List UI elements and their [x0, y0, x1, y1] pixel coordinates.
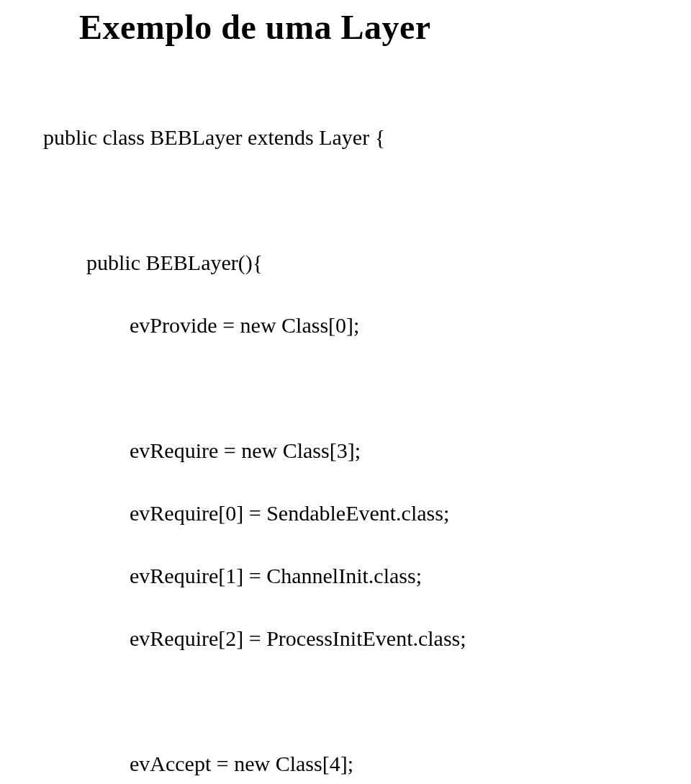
code-line: evRequire[0] = SendableEvent.class;: [43, 497, 648, 529]
document-page: Exemplo de uma Layer public class BEBLay…: [0, 0, 691, 784]
code-block: public class BEBLayer extends Layer { pu…: [43, 90, 648, 784]
code-line: evAccept = new Class[4];: [43, 748, 648, 780]
code-line: evRequire[1] = ChannelInit.class;: [43, 560, 648, 592]
code-line: [43, 184, 648, 216]
code-line: public class BEBLayer extends Layer {: [43, 122, 648, 153]
code-line: evRequire = new Class[3];: [43, 435, 648, 467]
code-line: evProvide = new Class[0];: [43, 310, 648, 341]
page-title: Exemplo de uma Layer: [79, 7, 648, 47]
code-line: [43, 685, 648, 717]
code-line: [43, 372, 648, 404]
code-line: evRequire[2] = ProcessInitEvent.class;: [43, 623, 648, 654]
code-line: public BEBLayer(){: [43, 247, 648, 279]
